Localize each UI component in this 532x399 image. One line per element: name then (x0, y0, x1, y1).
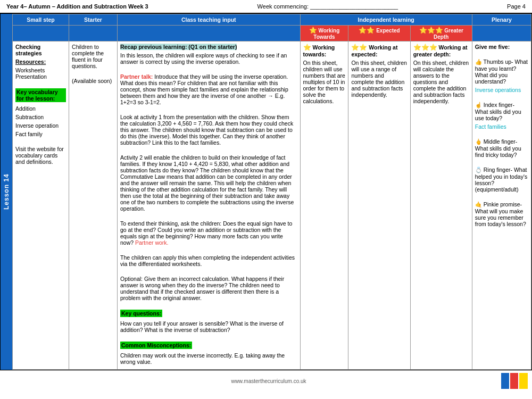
resources-text: WorksheetsPresentation (15, 67, 66, 80)
doc-title: Year 4– Autumn – Addition and Subtractio… (6, 3, 148, 10)
wt-text: On this sheet, children will use numbers… (303, 60, 346, 104)
content-row: Checking strategies Resources: Worksheet… (13, 41, 531, 370)
working-towards-content: ⭐ Working towards: (303, 44, 346, 57)
activity2-text: Activity 2 will enable the children to b… (120, 154, 297, 212)
key-questions-label: Key questions: (120, 310, 297, 318)
inverse-operations-link[interactable]: Inverse operations (475, 87, 528, 93)
misconceptions-label: Common Misconceptions: (120, 342, 297, 350)
svg-rect-1 (510, 373, 518, 389)
vocab-inverse: Inverse operation (15, 122, 66, 129)
ind-spacer-3 (118, 26, 301, 41)
misconceptions-text: Children may work out the inverse incorr… (120, 352, 297, 365)
expected-label: Expected (376, 28, 400, 34)
extend-text: To extend their thinking, ask the childr… (120, 220, 297, 246)
plenary-middle: 🖕 Middle finger- What skills did you fin… (475, 138, 528, 158)
small-step-title: Checking strategies (15, 44, 66, 56)
plenary-pinkie: 🤙 Pinkie promise- What will you make sur… (475, 201, 528, 227)
plenary-title: Give me five: (475, 44, 528, 50)
greater-depth-stars: ⭐⭐⭐ (419, 27, 443, 34)
gd-text: On this sheet, children will calculate t… (413, 60, 469, 104)
week-commencing: Week commencing: _______________________… (257, 3, 398, 10)
col-header-working-towards: ⭐ Working Towards (300, 26, 348, 41)
exp-stars: ⭐⭐ (351, 44, 367, 51)
cell-class-teaching: Recap previous learning: (Q1 on the star… (118, 41, 301, 370)
cell-greater-depth: ⭐⭐⭐ Working at greater depth: On this sh… (410, 41, 472, 370)
exp-text: On this sheet, children will use a range… (351, 60, 407, 98)
expected-stars: ⭐⭐ (359, 27, 375, 34)
col-header-plenary: Plenary (472, 14, 531, 26)
col-header-small-step: Small step (13, 14, 69, 26)
gd-stars: ⭐⭐⭐ (413, 44, 437, 51)
footer-website: www.masterthecurriculum.co.uk (36, 378, 501, 384)
vocab-subtraction: Subtraction (15, 114, 66, 120)
page-number: Page 4 (507, 3, 526, 10)
cell-plenary: Give me five: 👍 Thumbs up- What have you… (472, 41, 531, 370)
cell-small-step: Checking strategies Resources: Worksheet… (13, 41, 69, 370)
key-vocab-label: Key vocabulary for the lesson: (15, 88, 66, 103)
key-vocab-box: Key vocabulary for the lesson: (15, 88, 66, 102)
optional-text: Optional: Give them an incorrect calcula… (120, 276, 297, 301)
expected-content: ⭐⭐ Working at expected: (351, 44, 407, 57)
col-header-independent: Independent learning (300, 14, 472, 26)
main-content: Lesson 14 Small step Starter Class teach… (0, 13, 532, 370)
cell-expected: ⭐⭐ Working at expected: On this sheet, c… (348, 41, 410, 370)
partner-talk-label: Partner talk: (120, 73, 154, 80)
key-questions-box: Key questions: (120, 310, 162, 317)
apply-text: The children can apply this when complet… (120, 254, 297, 267)
logo-mark (501, 373, 528, 389)
col-header-starter: Starter (69, 14, 118, 26)
fact-families-link[interactable]: Fact families (475, 123, 528, 130)
col-header-greater-depth: ⭐⭐⭐ Greater Depth (410, 26, 472, 41)
partner-talk: Partner talk: Introduce that they will b… (120, 73, 297, 105)
col-header-expected: ⭐⭐ Expected (348, 26, 410, 41)
cell-starter: Children to complete the fluent in four … (69, 41, 118, 370)
recap-text: In this lesson, the children will explor… (120, 52, 297, 65)
key-questions-text: How can you tell if your answer is sensi… (120, 320, 297, 333)
working-towards-star: ⭐ (309, 27, 317, 34)
main-header-row: Small step Starter Class teaching input … (13, 14, 531, 26)
partner-work-label: Partner work. (135, 239, 168, 246)
cell-working-towards: ⭐ Working towards: On this sheet, childr… (300, 41, 348, 370)
recap-label: Recap previous learning: (Q1 on the star… (120, 44, 297, 50)
page-footer: www.masterthecurriculum.co.uk (0, 370, 532, 391)
lesson-table: Small step Starter Class teaching input … (12, 14, 531, 370)
ind-header-row: ⭐ Working Towards ⭐⭐ Expected ⭐⭐⭐ Greate… (13, 26, 531, 41)
lesson-label: Lesson 14 (1, 14, 12, 370)
activity1-text: Look at activity 1 from the presentation… (120, 114, 297, 146)
col-header-class-teaching: Class teaching input (118, 14, 301, 26)
working-towards-label: Working Towards (313, 28, 339, 40)
misconceptions-box: Common Misconceptions: (120, 342, 192, 349)
recap-highlight: Recap previous learning: (Q1 on the star… (120, 44, 237, 50)
ind-spacer-4 (472, 26, 531, 41)
starter-available: (Available soon) (72, 78, 114, 84)
gd-content: ⭐⭐⭐ Working at greater depth: (413, 44, 469, 57)
plenary-index: ☝ Index finger- What skills did you use … (475, 102, 528, 121)
ind-spacer-1 (13, 26, 69, 41)
svg-rect-0 (501, 373, 509, 389)
plenary-ring: 💍 Ring finger- What helped you in today'… (475, 167, 528, 193)
plenary-thumbs: 👍 Thumbs up- What have you learnt? What … (475, 59, 528, 85)
vocab-fact-family: Fact family (15, 131, 66, 137)
vocab-addition: Addition (15, 105, 66, 112)
svg-rect-2 (519, 373, 528, 389)
wt-star: ⭐ (303, 44, 311, 51)
starter-text: Children to complete the fluent in four … (72, 44, 114, 69)
page-header: Year 4– Autumn – Addition and Subtractio… (0, 0, 532, 13)
ind-spacer-2 (69, 26, 118, 41)
website-note: Visit the website for vocabulary cards a… (15, 146, 66, 165)
resources-label: Resources: (15, 59, 46, 65)
